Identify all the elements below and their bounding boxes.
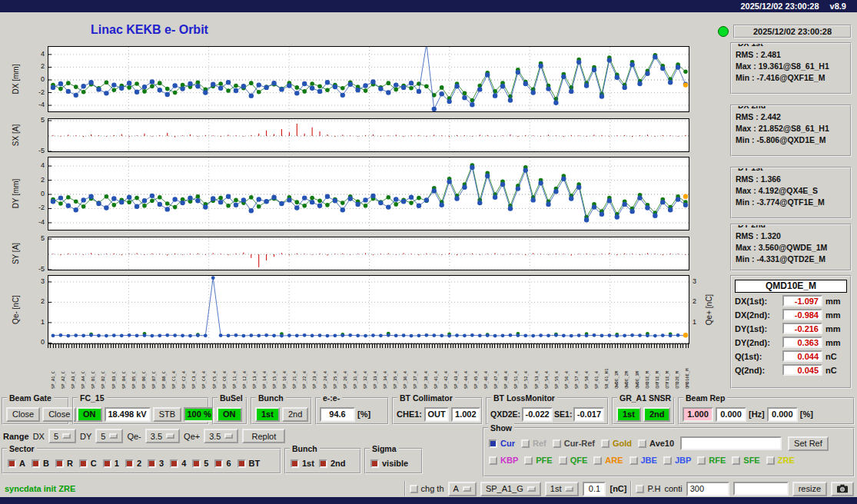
sector-3-checkbox[interactable] xyxy=(148,459,156,468)
monitor-row-unit: nC xyxy=(825,366,847,375)
separator xyxy=(630,481,632,496)
bpm-label: SP_22_4 xyxy=(302,371,307,389)
monitor-select[interactable]: SP_A1_G xyxy=(480,482,541,496)
stats-rms: RMS : 2.481 xyxy=(736,49,846,61)
interval-field[interactable]: 300 xyxy=(686,482,729,496)
sector-c-checkbox[interactable] xyxy=(79,459,88,468)
bpm-label: QTF1E_M xyxy=(665,371,669,389)
set-ref-button[interactable]: Set Ref xyxy=(788,436,829,451)
show-sfe-checkbox[interactable] xyxy=(732,456,740,465)
group-label: Show xyxy=(488,423,514,433)
bunch-2nd-checkbox[interactable] xyxy=(319,459,327,468)
bunch-order-select-value: 1st xyxy=(550,484,562,493)
qe-axis-label: Qe- [nC] xyxy=(12,295,20,324)
spare-input[interactable] xyxy=(733,482,789,496)
sector-1-checkbox[interactable] xyxy=(103,459,111,468)
resize-button[interactable]: resize xyxy=(792,482,827,496)
stats-max: Max : 3.560@QWDE_1M xyxy=(736,242,846,254)
sigma-visible-label: visible xyxy=(382,459,408,468)
beam-rep-pct-label: [%] xyxy=(800,410,813,419)
group-label: e-:e- xyxy=(321,393,342,403)
titlebar-datetime: 2025/12/02 23:00:28 xyxy=(740,2,819,11)
bpm-label: SP_B5_C xyxy=(131,371,136,389)
sector-2-label: 2 xyxy=(137,459,141,468)
beam-gate-close-button-2[interactable]: Close xyxy=(42,407,76,422)
sector-6-checkbox[interactable] xyxy=(214,459,223,468)
sigma-visible-checkbox[interactable] xyxy=(370,459,379,468)
bpm-label: QTD2E_M xyxy=(675,371,679,389)
sector-b-checkbox[interactable] xyxy=(32,459,40,468)
bunch-2nd-button[interactable]: 2nd xyxy=(282,407,308,422)
sigma-items: visible xyxy=(370,459,408,468)
show-jbp-checkbox[interactable] xyxy=(663,456,672,465)
bpm-label: SP_32_4 xyxy=(363,371,367,389)
range-dy-select[interactable]: 5 xyxy=(95,429,123,443)
bt-loss-se1-field: -0.017 xyxy=(573,407,604,422)
bpm-label: SP_31_4 xyxy=(353,371,357,389)
bpm-label: SP_C5_4 xyxy=(212,371,217,389)
range-dx-select[interactable]: 5 xyxy=(48,429,76,443)
gr-2nd-button[interactable]: 2nd xyxy=(643,407,671,422)
screenshot-button[interactable] xyxy=(831,482,854,496)
axis-tick: 2 xyxy=(26,62,45,70)
show-sfe-label: SFE xyxy=(743,456,759,465)
replot-button[interactable]: Replot xyxy=(242,429,285,443)
fc15-on-button[interactable]: ON xyxy=(77,407,102,422)
axis-tick: 5 xyxy=(26,234,45,242)
show-cur-checkbox[interactable] xyxy=(489,439,497,448)
sector-5-checkbox[interactable] xyxy=(192,459,201,468)
show-cur-ref-checkbox[interactable] xyxy=(553,439,561,448)
show-zre-checkbox[interactable] xyxy=(766,456,775,465)
range-qep-select[interactable]: 3.5 xyxy=(204,429,238,443)
beam-gate-close-button-1[interactable]: Close xyxy=(6,407,40,422)
gr-1st-button[interactable]: 1st xyxy=(616,407,641,422)
bpm-label: SP_11_4 xyxy=(232,371,237,389)
ref-name-input[interactable] xyxy=(680,436,782,450)
bpm-label: SP_B2_C xyxy=(101,371,105,389)
show-jbp-label: JBP xyxy=(675,456,691,465)
range-qem-select[interactable]: 3.5 xyxy=(145,429,180,443)
stats-box-dx-1st: DX 1st RMS : 2.481 Max : 19.361@S8_61_H1… xyxy=(730,42,852,94)
sector-a-checkbox[interactable] xyxy=(8,459,16,468)
show-rfe-checkbox[interactable] xyxy=(697,456,706,465)
show-group: Show CurRefCur-RefGoldAve10Set Ref KBPPF… xyxy=(483,427,855,477)
bunch-select-items: 1st2nd xyxy=(291,459,345,468)
monitor-row-unit: mm xyxy=(825,310,847,320)
bunch-1st-button[interactable]: 1st xyxy=(255,407,280,422)
bunch-1st-checkbox[interactable] xyxy=(291,459,299,468)
chg-th-checkbox[interactable] xyxy=(410,485,418,493)
threshold-field[interactable]: 0.1 xyxy=(583,482,606,496)
sector-3-label: 3 xyxy=(159,459,164,468)
range-dx-value: 5 xyxy=(54,432,58,441)
show-kbp-checkbox[interactable] xyxy=(489,456,497,465)
bpm-label: QWDE_1M xyxy=(614,371,619,389)
sector-2-checkbox[interactable] xyxy=(125,459,134,468)
plot-dx xyxy=(48,46,689,112)
sector-r-checkbox[interactable] xyxy=(55,459,64,468)
sector-select-value: A xyxy=(453,484,459,493)
show-pfe-checkbox[interactable] xyxy=(524,456,533,465)
fc15-stb-button[interactable]: STB xyxy=(153,407,181,422)
show-are-checkbox[interactable] xyxy=(593,456,602,465)
ph-checkbox[interactable] xyxy=(636,485,644,493)
qe-right-axis-label: Qe+ [nC] xyxy=(705,294,713,325)
show-qfe-checkbox[interactable] xyxy=(559,456,567,465)
show-row-2: KBPPFEQFEAREJBEJBPRFESFEZRE xyxy=(489,452,849,469)
show-ave10-checkbox[interactable] xyxy=(638,439,646,448)
show-gold-checkbox[interactable] xyxy=(601,439,610,448)
dropdown-indicator-icon xyxy=(166,433,174,439)
bunch-order-select[interactable]: 1st xyxy=(545,482,580,496)
stats-box-label: DX 2nd xyxy=(736,104,768,110)
sector-select[interactable]: A xyxy=(448,482,477,496)
sector-4-checkbox[interactable] xyxy=(170,459,178,468)
dropdown-indicator-icon xyxy=(109,433,118,439)
stats-rms: RMS : 1.320 xyxy=(736,230,846,242)
sector-bt-checkbox[interactable] xyxy=(238,459,246,468)
show-ref-checkbox[interactable] xyxy=(521,439,530,448)
show-jbe-checkbox[interactable] xyxy=(629,456,638,465)
conti-label: conti xyxy=(664,484,682,493)
bpm-label: SP_41_4 xyxy=(433,371,438,389)
bpm-label: SP_42_4 xyxy=(443,371,448,389)
busel-on-button[interactable]: ON xyxy=(217,407,242,422)
bpm-label: SP_52_4 xyxy=(523,371,528,389)
